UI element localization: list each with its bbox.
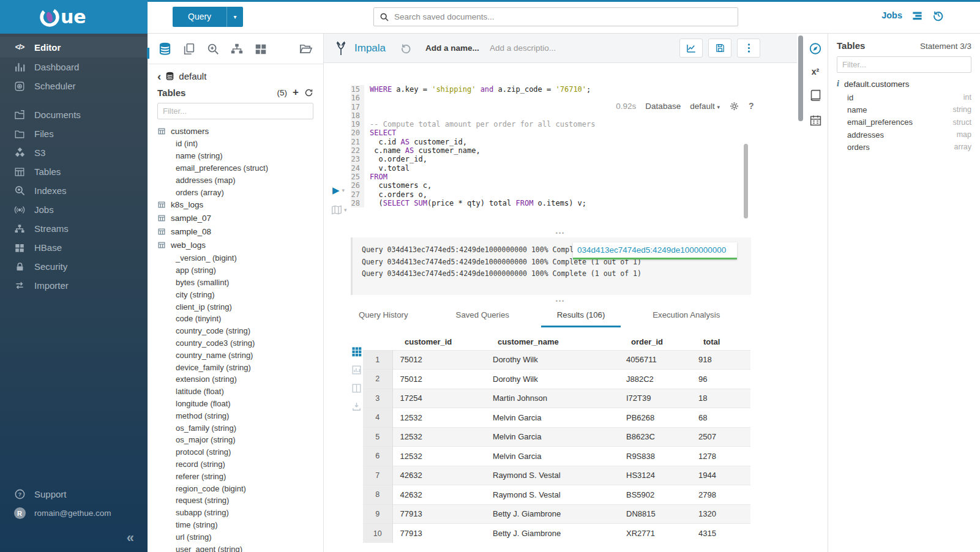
assist-table-customers[interactable]: customers — [157, 124, 313, 138]
assist-scrollbar[interactable] — [147, 48, 149, 59]
assist-column[interactable]: method (string) — [157, 409, 313, 422]
assist-table-sample-07[interactable]: sample_07 — [157, 212, 313, 225]
global-search[interactable] — [373, 7, 738, 26]
sidebar-item-scheduler[interactable]: Scheduler — [0, 76, 148, 95]
right-filter-input[interactable] — [837, 56, 971, 73]
assist-column[interactable]: code (tinyint) — [157, 313, 313, 325]
assist-filter-input[interactable] — [157, 103, 313, 119]
resize-handle[interactable]: ••• — [324, 299, 797, 304]
assist-column[interactable]: protocol (string) — [157, 446, 313, 458]
more-actions-button[interactable] — [737, 39, 760, 58]
calendar-icon[interactable] — [809, 113, 822, 127]
tab-query-history[interactable]: Query History — [359, 310, 408, 327]
add-table-icon[interactable]: + — [293, 86, 299, 99]
hue-logo[interactable]: ue — [0, 0, 148, 34]
editor-assistant-compass-icon[interactable] — [809, 42, 822, 55]
assist-column[interactable]: time (string) — [157, 519, 313, 531]
active-table-name[interactable]: default.customers — [844, 80, 910, 89]
right-column-email-preferences[interactable]: email_preferencesstruct — [837, 116, 971, 129]
sidebar-item-streams[interactable]: Streams — [0, 219, 148, 238]
assist-column[interactable]: city (string) — [157, 288, 313, 300]
assist-column[interactable]: referer (string) — [157, 470, 313, 482]
jobs-list-icon[interactable] — [911, 10, 923, 21]
column-header[interactable]: customer_id — [392, 334, 485, 350]
resize-handle[interactable]: ••• — [324, 231, 797, 236]
query-button-caret[interactable]: ▾ — [226, 7, 243, 27]
sidebar-item-support[interactable]: ? Support — [0, 485, 148, 504]
assist-table-sample-08[interactable]: sample_08 — [157, 225, 313, 239]
grid-view-icon[interactable] — [351, 346, 362, 357]
sitemap-icon[interactable] — [230, 42, 244, 56]
assist-column[interactable]: email_preferences (struct) — [157, 162, 313, 174]
documents-folder-icon[interactable] — [299, 42, 313, 56]
sidebar-item-hbase[interactable]: HBase — [0, 238, 148, 257]
back-chevron-icon[interactable]: ‹ — [157, 73, 161, 80]
hbase-blocks-icon[interactable] — [253, 42, 267, 56]
assist-column[interactable]: record (string) — [157, 458, 313, 471]
assist-column[interactable]: name (string) — [157, 150, 313, 162]
sidebar-item-jobs[interactable]: Jobs — [0, 200, 148, 219]
sidebar-item-importer[interactable]: Importer — [0, 276, 148, 295]
assist-column[interactable]: app (string) — [157, 264, 313, 277]
query-name-field[interactable] — [425, 43, 490, 53]
sidebar-item-user[interactable]: R romain@gethue.com — [0, 504, 148, 523]
sidebar-item-files[interactable]: Files — [0, 124, 148, 143]
sidebar-item-s3[interactable]: S3 — [0, 143, 148, 162]
tab-results-106-[interactable]: Results (106) — [557, 310, 605, 327]
assist-column[interactable]: region_code (bigint) — [157, 482, 313, 494]
main-scrollbar[interactable] — [798, 35, 803, 121]
right-column-addresses[interactable]: addressesmap — [837, 129, 971, 141]
right-column-id[interactable]: idint — [837, 91, 971, 103]
assist-column[interactable]: request (string) — [157, 494, 313, 507]
assist-column[interactable]: country_code3 (string) — [157, 337, 313, 349]
sql-code-editor[interactable]: 15WHERE a.key = 'shipping' and a.zip_cod… — [351, 85, 739, 207]
editor-scrollbar[interactable] — [744, 144, 748, 218]
download-icon[interactable] — [351, 401, 362, 412]
column-header[interactable]: order_id — [619, 334, 691, 350]
assist-column[interactable]: orders (array) — [157, 186, 313, 198]
chart-settings-button[interactable] — [679, 39, 703, 58]
column-header[interactable]: customer_name — [485, 334, 619, 350]
assist-column[interactable]: latitude (float) — [157, 386, 313, 398]
assist-column[interactable]: client_ip (string) — [157, 300, 313, 313]
sidebar-item-tables[interactable]: Tables — [0, 162, 148, 181]
assist-column[interactable]: addresses (map) — [157, 174, 313, 186]
save-button[interactable] — [708, 39, 731, 58]
right-column-name[interactable]: namestring — [837, 103, 971, 116]
tab-saved-queries[interactable]: Saved Queries — [456, 310, 509, 327]
query-description-field[interactable] — [490, 43, 569, 53]
assist-table-web-logs[interactable]: web_logs — [157, 239, 313, 252]
assist-column[interactable]: device_family (string) — [157, 361, 313, 373]
query-button-label[interactable]: Query — [173, 7, 226, 27]
assist-column[interactable]: longitude (float) — [157, 398, 313, 410]
jobs-link[interactable]: Jobs — [881, 10, 902, 20]
functions-icon[interactable]: x² — [812, 67, 819, 76]
assist-column[interactable]: extension (string) — [157, 373, 313, 386]
assist-column[interactable]: os_family (string) — [157, 422, 313, 434]
query-id-link[interactable]: 034d413ec7474ed5:4249de1000000000 — [573, 242, 737, 259]
assist-column[interactable]: country_name (string) — [157, 349, 313, 361]
assist-column[interactable]: country_code (string) — [157, 325, 313, 337]
help-icon[interactable]: ? — [749, 101, 759, 111]
language-reference-book-icon[interactable] — [809, 88, 822, 102]
assist-column[interactable]: subapp (string) — [157, 507, 313, 519]
zoom-in-icon[interactable] — [206, 42, 220, 56]
query-button[interactable]: Query ▾ — [173, 7, 243, 27]
sidebar-item-dashboard[interactable]: Dashboard — [0, 58, 148, 76]
assist-column[interactable]: _version_ (bigint) — [157, 252, 313, 264]
columns-icon[interactable] — [351, 383, 362, 393]
database-source-icon[interactable] — [158, 42, 172, 56]
database-name[interactable]: default — [179, 71, 206, 81]
right-column-orders[interactable]: ordersarray — [837, 141, 971, 153]
search-input[interactable] — [394, 12, 732, 21]
assist-column[interactable]: bytes (smallint) — [157, 277, 313, 289]
active-table-row[interactable]: i default.customers — [837, 79, 971, 89]
sidebar-item-editor[interactable]: </>Editor — [0, 37, 148, 58]
history-icon[interactable] — [932, 9, 944, 21]
execute-play-button[interactable]: ▶ — [332, 185, 340, 196]
assist-column[interactable]: user_agent (string) — [157, 543, 313, 552]
info-icon[interactable]: i — [837, 79, 839, 89]
caret-down-icon[interactable]: ▾ — [342, 187, 345, 193]
column-header[interactable]: total — [691, 334, 750, 350]
assist-column[interactable]: url (string) — [157, 531, 313, 543]
